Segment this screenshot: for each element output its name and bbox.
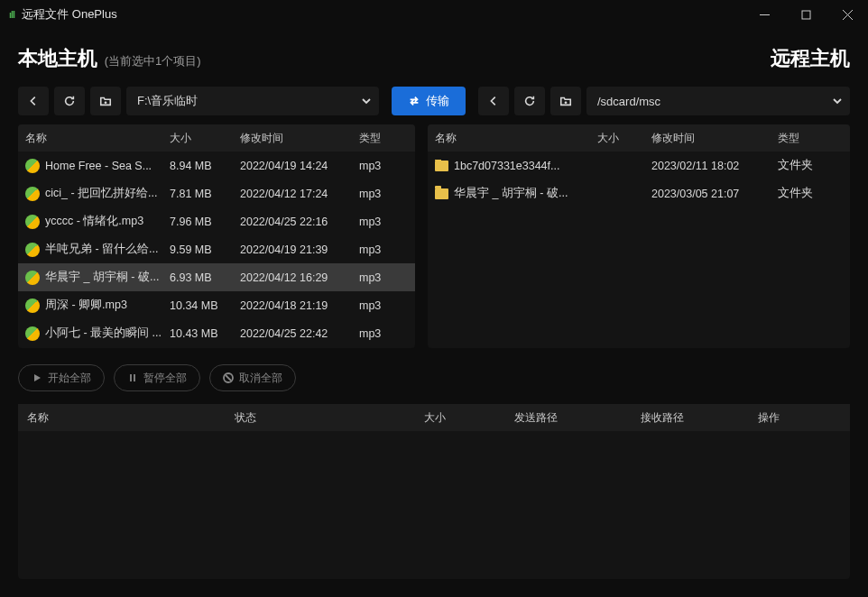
file-type: mp3 [352, 216, 401, 228]
maximize-button[interactable] [785, 0, 826, 29]
local-path-text: F:\音乐临时 [137, 93, 198, 109]
remote-host-title: 远程主机 [771, 45, 850, 72]
file-type: 文件夹 [771, 158, 821, 173]
svg-line-12 [226, 375, 231, 381]
file-row[interactable]: 1bc7d07331e3344f...2023/02/11 18:02文件夹 [428, 152, 850, 179]
col-mtime[interactable]: 修改时间 [233, 131, 352, 146]
file-name: 周深 - 卿卿.mp3 [45, 298, 127, 313]
pause-icon [127, 372, 138, 383]
local-path-select[interactable]: F:\音乐临时 [126, 87, 379, 115]
file-mtime: 2022/04/25 22:42 [233, 327, 352, 340]
local-file-pane: 名称 大小 修改时间 类型 Home Free - Sea S...8.94 M… [18, 124, 415, 348]
file-type: mp3 [352, 327, 401, 340]
file-type: 文件夹 [771, 186, 821, 201]
transfer-table: 名称 状态 大小 发送路径 接收路径 操作 [18, 404, 850, 579]
transfer-icon [408, 95, 420, 107]
folder-icon [435, 188, 448, 199]
minimize-button[interactable] [743, 0, 785, 29]
transfer-button[interactable]: 传输 [392, 87, 466, 115]
file-mtime: 2022/04/25 22:16 [233, 216, 352, 228]
file-row[interactable]: 半吨兄弟 - 留什么给...9.59 MB2022/04/19 21:39mp3 [18, 235, 415, 263]
local-host-title: 本地主机 [18, 47, 97, 69]
file-row[interactable]: cici_ - 把回忆拼好给...7.81 MB2022/04/12 17:24… [18, 179, 415, 207]
remote-file-list[interactable]: 1bc7d07331e3344f...2023/02/11 18:02文件夹华晨… [428, 152, 850, 348]
col-mtime[interactable]: 修改时间 [644, 131, 771, 146]
file-name: Home Free - Sea S... [45, 160, 152, 172]
file-mtime: 2022/04/12 16:29 [233, 271, 352, 284]
file-row[interactable]: ycccc - 情绪化.mp37.96 MB2022/04/25 22:16mp… [18, 207, 415, 235]
file-size: 10.34 MB [162, 299, 233, 312]
local-back-button[interactable] [18, 87, 49, 115]
file-type: mp3 [352, 188, 401, 200]
local-refresh-button[interactable] [54, 87, 85, 115]
col-name[interactable]: 名称 [428, 131, 590, 146]
pause-all-button[interactable]: 暂停全部 [114, 364, 200, 391]
file-name: 华晨宇 _ 胡宇桐 - 破... [454, 186, 568, 201]
file-type: mp3 [352, 160, 401, 172]
col-name[interactable]: 名称 [18, 131, 162, 146]
file-mtime: 2023/03/05 21:07 [644, 188, 771, 200]
col-type[interactable]: 类型 [771, 131, 821, 146]
local-column-header: 名称 大小 修改时间 类型 [18, 124, 415, 152]
chevron-down-icon [832, 96, 843, 106]
svg-marker-8 [34, 374, 41, 381]
start-all-button[interactable]: 开始全部 [18, 364, 105, 391]
play-icon [32, 372, 42, 383]
tcol-send[interactable]: 发送路径 [505, 410, 632, 426]
file-size: 8.94 MB [162, 160, 233, 172]
transfer-header: 名称 状态 大小 发送路径 接收路径 操作 [18, 404, 850, 431]
tcol-op[interactable]: 操作 [749, 410, 850, 426]
remote-refresh-button[interactable] [514, 87, 545, 115]
remote-back-button[interactable] [478, 87, 509, 115]
file-size: 6.93 MB [162, 271, 233, 284]
cancel-all-button[interactable]: 取消全部 [209, 364, 296, 391]
col-type[interactable]: 类型 [352, 131, 401, 146]
col-size[interactable]: 大小 [162, 131, 233, 146]
chevron-down-icon [361, 96, 372, 106]
file-name: 小阿七 - 最美的瞬间 ... [45, 326, 162, 341]
file-mtime: 2022/04/18 21:19 [233, 299, 352, 312]
local-file-list[interactable]: Home Free - Sea S...8.94 MB2022/04/19 14… [18, 152, 415, 348]
mp3-icon [25, 243, 40, 257]
file-row[interactable]: 周深 - 卿卿.mp310.34 MB2022/04/18 21:19mp3 [18, 291, 415, 319]
window-title: 远程文件 OnePlus [22, 6, 743, 23]
file-name: cici_ - 把回忆拼好给... [45, 186, 158, 201]
col-size[interactable]: 大小 [590, 131, 644, 146]
remote-column-header: 名称 大小 修改时间 类型 [428, 124, 850, 152]
file-mtime: 2023/02/11 18:02 [644, 160, 771, 172]
tcol-recv[interactable]: 接收路径 [632, 410, 749, 426]
tcol-size[interactable]: 大小 [415, 410, 505, 426]
app-icon: ıll [9, 9, 14, 20]
tcol-name[interactable]: 名称 [18, 410, 226, 426]
mp3-icon [25, 326, 40, 341]
mp3-icon [25, 187, 40, 201]
file-row[interactable]: Home Free - Sea S...8.94 MB2022/04/19 14… [18, 152, 415, 179]
file-mtime: 2022/04/19 14:24 [233, 160, 352, 172]
file-row[interactable]: 小阿七 - 最美的瞬间 ...10.43 MB2022/04/25 22:42m… [18, 319, 415, 347]
tcol-status[interactable]: 状态 [226, 410, 415, 426]
remote-path-select[interactable]: /sdcard/msc [586, 87, 850, 115]
file-mtime: 2022/04/12 17:24 [233, 188, 352, 200]
cancel-all-label: 取消全部 [239, 371, 282, 386]
remote-newfolder-button[interactable] [550, 87, 581, 115]
mp3-icon [25, 298, 40, 313]
file-name: 半吨兄弟 - 留什么给... [45, 242, 159, 257]
pause-all-label: 暂停全部 [143, 371, 187, 386]
file-size: 9.59 MB [162, 243, 233, 256]
file-size: 7.96 MB [162, 216, 233, 228]
file-row[interactable]: 华晨宇 _ 胡宇桐 - 破...2023/03/05 21:07文件夹 [428, 179, 850, 207]
mp3-icon [25, 159, 40, 173]
remote-path-text: /sdcard/msc [597, 95, 660, 108]
local-newfolder-button[interactable] [90, 87, 121, 115]
folder-icon [435, 161, 448, 171]
remote-file-pane: 名称 大小 修改时间 类型 1bc7d07331e3344f...2023/02… [428, 124, 850, 348]
file-mtime: 2022/04/19 21:39 [233, 243, 352, 256]
svg-rect-1 [802, 11, 810, 19]
file-size: 10.43 MB [162, 327, 233, 340]
file-type: mp3 [352, 271, 401, 284]
file-type: mp3 [352, 243, 401, 256]
file-name: 1bc7d07331e3344f... [454, 160, 559, 172]
file-row[interactable]: 华晨宇 _ 胡宇桐 - 破...6.93 MB2022/04/12 16:29m… [18, 263, 415, 291]
file-type: mp3 [352, 299, 401, 312]
close-button[interactable] [826, 0, 868, 29]
